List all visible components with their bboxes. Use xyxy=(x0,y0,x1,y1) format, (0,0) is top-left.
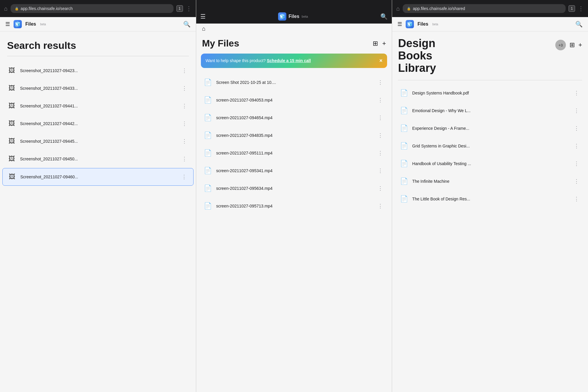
file-name: screen-20211027-095341.mp4 xyxy=(216,168,373,173)
file-more-icon[interactable]: ⋮ xyxy=(573,177,580,186)
file-name: Screenshot_20211027-09433... xyxy=(20,86,176,91)
file-more-icon[interactable]: ⋮ xyxy=(573,89,580,97)
app-beta-library: beta xyxy=(432,23,438,26)
avatar-count-badge[interactable]: +3 xyxy=(555,40,566,50)
file-item[interactable]: 🖼 Screenshot_20211027-09423... ⋮ xyxy=(2,62,194,79)
file-more-icon[interactable]: ⋮ xyxy=(181,102,188,110)
browser-more-icon[interactable]: ⋮ xyxy=(186,5,192,12)
browser-home-icon-library[interactable]: ⌂ xyxy=(396,5,400,12)
file-more-icon[interactable]: ⋮ xyxy=(181,119,188,128)
app-header-library: ☰ 🧊 Filesbeta 🔍 xyxy=(392,17,588,31)
file-item[interactable]: 📄 Screen Shot 2021-10-25 at 10.... ⋮ xyxy=(199,74,390,91)
file-more-icon[interactable]: ⋮ xyxy=(376,78,384,87)
file-item[interactable]: 🖼 Screenshot_20211027-09445... ⋮ xyxy=(2,133,194,150)
file-more-icon[interactable]: ⋮ xyxy=(181,137,188,146)
file-more-icon[interactable]: ⋮ xyxy=(573,159,580,168)
library-title: Design Books Library xyxy=(398,37,436,74)
browser-home-icon[interactable]: ⌂ xyxy=(4,5,8,12)
my-files-title: My Files xyxy=(202,38,239,49)
banner-link[interactable]: Schedule a 15 min call xyxy=(267,58,311,63)
file-name: screen-20211027-094835.mp4 xyxy=(216,133,373,138)
file-more-icon[interactable]: ⋮ xyxy=(181,66,188,75)
file-generic-icon: 📄 xyxy=(204,96,212,104)
file-item[interactable]: 📄 The Infinite Machine ⋮ xyxy=(394,173,586,190)
file-name: Emotional Design - Why We L... xyxy=(412,108,569,113)
file-more-icon[interactable]: ⋮ xyxy=(181,84,188,93)
file-item-selected[interactable]: 🖼 Screenshot_20211027-09460... ⋮ xyxy=(2,168,194,186)
file-item[interactable]: 📄 Experience Design - A Frame... ⋮ xyxy=(394,120,586,137)
myfiles-title-area: 🧊 Filesbeta xyxy=(278,12,308,21)
app-logo-library: 🧊 xyxy=(406,20,414,28)
file-more-icon[interactable]: ⋮ xyxy=(573,142,580,150)
address-bar-library[interactable]: 🔒 app.files.chainsafe.io/shared xyxy=(403,4,566,13)
app-title-myfiles: Files xyxy=(289,14,299,19)
search-file-list: 🖼 Screenshot_20211027-09423... ⋮ 🖼 Scree… xyxy=(0,62,196,186)
banner-close-icon[interactable]: × xyxy=(379,58,383,64)
hamburger-icon-myfiles[interactable]: ☰ xyxy=(200,13,206,20)
file-item[interactable]: 🖼 Screenshot_20211027-09442... ⋮ xyxy=(2,115,194,132)
browser-more-icon-library[interactable]: ⋮ xyxy=(578,5,584,12)
file-name: Screenshot_20211027-09442... xyxy=(20,121,176,126)
file-item[interactable]: 🖼 Screenshot_20211027-09441... ⋮ xyxy=(2,97,194,114)
file-name: Screenshot_20211027-09460... xyxy=(20,175,176,179)
file-item[interactable]: 📄 The Little Book of Design Res... ⋮ xyxy=(394,190,586,207)
browser-chrome-search: ⌂ 🔒 app.files.chainsafe.io/search 1 ⋮ xyxy=(0,0,196,17)
file-item[interactable]: 📄 Design Systems Handbook.pdf ⋮ xyxy=(394,84,586,102)
file-pdf-icon: 📄 xyxy=(400,142,408,150)
file-more-icon[interactable]: ⋮ xyxy=(376,202,384,210)
file-more-icon[interactable]: ⋮ xyxy=(376,131,384,140)
file-item[interactable]: 🖼 Screenshot_20211027-09450... ⋮ xyxy=(2,150,194,167)
file-more-icon[interactable]: ⋮ xyxy=(573,106,580,115)
file-name: The Little Book of Design Res... xyxy=(412,197,569,201)
file-more-icon[interactable]: ⋮ xyxy=(180,172,188,181)
file-item[interactable]: 📄 screen-20211027-094835.mp4 ⋮ xyxy=(199,127,390,144)
address-text-search: app.files.chainsafe.io/search xyxy=(21,6,73,11)
file-item[interactable]: 📄 Handbook of Usability Testing ... ⋮ xyxy=(394,155,586,172)
file-image-icon: 🖼 xyxy=(8,84,16,92)
add-file-icon-library[interactable]: + xyxy=(578,41,582,49)
file-name: The Infinite Machine xyxy=(412,179,569,184)
file-more-icon[interactable]: ⋮ xyxy=(181,155,188,163)
file-image-icon: 🖼 xyxy=(8,137,16,145)
top-black-bar xyxy=(196,0,392,9)
file-image-icon: 🖼 xyxy=(8,102,16,110)
file-more-icon[interactable]: ⋮ xyxy=(376,184,384,193)
file-more-icon[interactable]: ⋮ xyxy=(376,166,384,175)
file-name: Design Systems Handbook.pdf xyxy=(412,91,569,95)
file-image-icon: 🖼 xyxy=(8,67,16,74)
tab-badge-search[interactable]: 1 xyxy=(176,5,183,12)
file-generic-icon: 📄 xyxy=(204,202,212,210)
file-item[interactable]: 📄 screen-20211027-095713.mp4 ⋮ xyxy=(199,197,390,215)
file-item[interactable]: 🖼 Screenshot_20211027-09433... ⋮ xyxy=(2,80,194,97)
file-item[interactable]: 📄 Emotional Design - Why We L... ⋮ xyxy=(394,102,586,119)
tab-badge-library[interactable]: 1 xyxy=(569,5,575,12)
file-more-icon[interactable]: ⋮ xyxy=(376,113,384,122)
file-more-icon[interactable]: ⋮ xyxy=(376,149,384,157)
home-nav-icon[interactable]: ⌂ xyxy=(202,25,206,32)
file-more-icon[interactable]: ⋮ xyxy=(573,124,580,133)
banner-text: Want to help shape this product? Schedul… xyxy=(206,58,311,64)
file-pdf-icon: 📄 xyxy=(400,89,408,97)
hamburger-icon-search[interactable]: ☰ xyxy=(5,21,10,27)
file-image-icon: 🖼 xyxy=(8,155,16,163)
search-icon-myfiles[interactable]: 🔍 xyxy=(380,13,388,20)
file-item[interactable]: 📄 screen-20211027-095111.mp4 ⋮ xyxy=(199,144,390,162)
file-item[interactable]: 📄 screen-20211027-094654.mp4 ⋮ xyxy=(199,109,390,126)
grid-view-icon-library[interactable]: ⊞ xyxy=(569,41,575,49)
hamburger-icon-library[interactable]: ☰ xyxy=(397,21,402,27)
address-bar-search[interactable]: 🔒 app.files.chainsafe.io/search xyxy=(11,4,174,13)
file-name: screen-20211027-094654.mp4 xyxy=(216,115,373,120)
file-item[interactable]: 📄 Grid Systems in Graphic Desi... ⋮ xyxy=(394,137,586,155)
file-item[interactable]: 📄 screen-20211027-095341.mp4 ⋮ xyxy=(199,162,390,179)
file-generic-icon: 📄 xyxy=(204,79,212,86)
grid-view-icon[interactable]: ⊞ xyxy=(373,40,378,47)
myfiles-header-actions: ⊞ + xyxy=(373,40,386,47)
search-icon-library[interactable]: 🔍 xyxy=(575,21,583,28)
search-icon-search[interactable]: 🔍 xyxy=(183,21,191,28)
file-more-icon[interactable]: ⋮ xyxy=(573,195,580,203)
add-file-icon[interactable]: + xyxy=(382,40,386,47)
file-item[interactable]: 📄 screen-20211027-094053.mp4 ⋮ xyxy=(199,92,390,109)
file-more-icon[interactable]: ⋮ xyxy=(376,96,384,104)
address-text-library: app.files.chainsafe.io/shared xyxy=(413,6,465,11)
file-item[interactable]: 📄 screen-20211027-095634.mp4 ⋮ xyxy=(199,180,390,197)
